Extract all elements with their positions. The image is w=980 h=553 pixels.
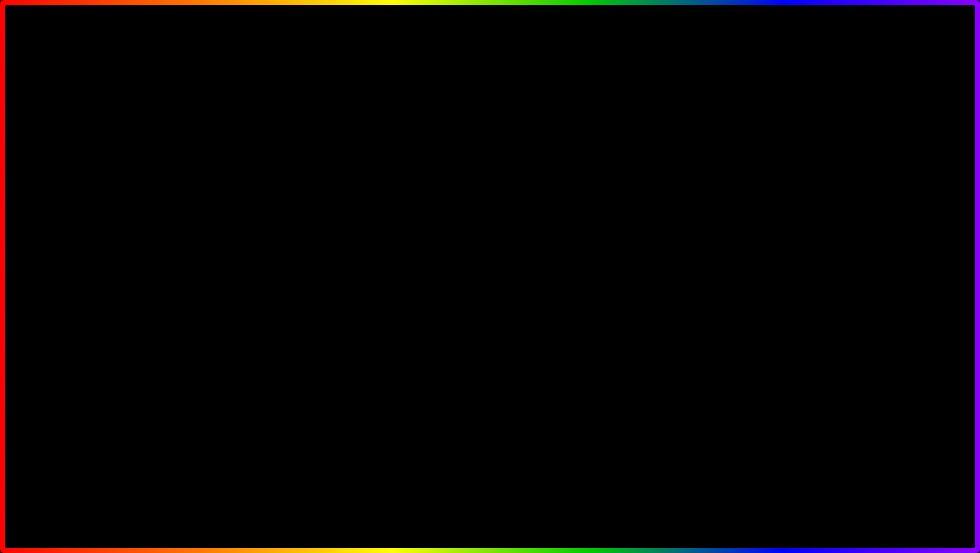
auto-musketer-label: Auto Musketer <box>177 199 216 206</box>
auto-musketer-checkbox[interactable] <box>273 199 281 207</box>
close-button-right[interactable]: ✕ <box>677 158 683 167</box>
nav-r-chart-icon[interactable]: 📊 <box>475 296 484 304</box>
chest-esp-checkbox[interactable] <box>674 179 682 187</box>
auto-farm-obs-row: ≡ Auto Farm Observation <box>169 236 284 250</box>
nav-fruit-icon[interactable]: 🍎 <box>132 285 140 293</box>
devil-fruit-esp-label: Devil Fruit ESP <box>576 209 617 216</box>
discord-button-left[interactable]: 🎮 <box>255 157 271 167</box>
npc-esp-icon: ≡ <box>570 254 573 260</box>
skill-f-row: ≡ Use Skill F <box>47 251 161 265</box>
nav-r-users-icon[interactable]: 👥 <box>490 296 499 304</box>
skill-f-checkbox[interactable] <box>151 254 159 262</box>
skill-v-label: Use Skill V <box>55 240 84 248</box>
buy-chip-button[interactable]: Buy Special Microchip <box>448 252 564 269</box>
nav-sword-icon[interactable]: ⚔ <box>61 285 68 293</box>
nav-eye-icon[interactable]: 👁 <box>104 285 111 293</box>
skill-v-checkbox[interactable] <box>151 240 159 248</box>
nav-r-person-icon[interactable]: 👤 <box>577 296 585 304</box>
raid-title: [ \ Auto Raid // ] <box>448 176 564 188</box>
skill-x-row: ≡ Use Skill X <box>47 210 161 224</box>
nav-r-cart-icon[interactable]: 🛒 <box>547 296 556 304</box>
panel-right-nav: 🏠 ⚔ 📊 👥 👁 🎯 🍎 🛒 📦 👤 <box>443 293 690 307</box>
skull-icon: 💀 <box>897 504 918 523</box>
auto-farm-obs-hop-icon: ≡ <box>171 254 174 260</box>
panel-cols: ≡ Use Skill Z ≡ Use Skill X <box>47 196 283 278</box>
skill-v-row: ≡ Use Skill V <box>47 237 161 251</box>
raid-section: [ \ Auto Raid // ] Select Raid : ▲ Sand … <box>448 176 564 289</box>
bf-logo-fruits-text: FRUITS <box>903 523 948 537</box>
star-right-icon: ⭐ <box>522 276 531 284</box>
discord-icon-right: 🎮 <box>660 159 668 166</box>
npc-esp-checkbox[interactable] <box>674 253 682 261</box>
nav-box-icon[interactable]: 📦 <box>161 285 170 293</box>
auto-serpent-checkbox[interactable] <box>273 213 281 221</box>
island-esp-label: Island ESP <box>576 238 606 246</box>
devil-fruit-esp-row: ≡ Devil Fruit ESP <box>568 205 684 220</box>
auto-obs-v2-row: ≡ Auto Observation V2 <box>169 264 284 278</box>
auto-obs-v2-icon: ≡ <box>171 267 174 273</box>
panel-left-nav: 🏠 ⚔ 📊 👥 👁 🎯 🍎 🛒 📦 👤 <box>42 282 288 296</box>
nav-users-icon[interactable]: 👥 <box>89 285 97 293</box>
skill-z-checkbox[interactable] <box>151 199 159 207</box>
panel-left-header: ≡ FULL HUB BLOX FRUIT - 3RD WORLD 🎮 ✕ <box>42 153 288 172</box>
nav-r-fruit-icon[interactable]: 🍎 <box>533 296 541 304</box>
nav-r-box-icon[interactable]: 📦 <box>562 296 571 304</box>
slider-fill <box>47 189 189 192</box>
panel-right-col: ≡ Auto Musketer ≡ Auto Serpent Bow Obser… <box>169 196 284 278</box>
island-esp-row: ≡ Island ESP <box>568 235 684 250</box>
auto-serpent-label: Auto Serpent Bow <box>177 213 226 220</box>
auto-farm-obs-icon: ≡ <box>171 240 174 246</box>
chest-esp-row: ≡ Chest ESP <box>568 176 684 191</box>
raid-option-sand[interactable]: Sand <box>448 203 564 218</box>
panel-left-icon: ≡ <box>48 158 52 167</box>
skill-c-checkbox[interactable] <box>151 226 159 234</box>
player-esp-checkbox[interactable] <box>674 194 682 202</box>
nav-r-home-icon[interactable]: 🏠 <box>448 296 456 304</box>
auto-farm-obs-hop-checkbox[interactable] <box>273 253 281 261</box>
auto-serpent-row: ≡ Auto Serpent Bow <box>169 210 284 224</box>
panel-right-header: ≡ FULL HUB BLOX FRUIT - 3RD WORLD 🎮 ✕ <box>443 153 690 172</box>
nav-r-sword-icon[interactable]: ⚔ <box>463 296 469 304</box>
nav-cart-icon[interactable]: 🛒 <box>146 285 155 293</box>
skill-c-icon: ≡ <box>49 227 52 233</box>
discord-button-right[interactable]: 🎮 <box>656 157 672 167</box>
skill-z-icon: ≡ <box>49 200 52 206</box>
auto-farm-obs-checkbox[interactable] <box>273 239 281 247</box>
auto-obs-v2-label: Auto Observation V2 <box>177 267 234 274</box>
skill-z-label: Use Skill Z <box>55 199 84 206</box>
chest-esp-icon: ≡ <box>570 180 573 186</box>
island-esp-checkbox[interactable] <box>674 238 682 246</box>
nav-home-icon[interactable]: 🏠 <box>47 285 55 293</box>
nav-target-icon[interactable]: 🎯 <box>117 285 125 293</box>
devil-fruit-esp-icon: ≡ <box>570 210 573 216</box>
auto-obs-v2-checkbox[interactable] <box>273 266 281 274</box>
close-button-left[interactable]: ✕ <box>276 158 282 167</box>
auto-musketer-icon: ≡ <box>171 200 174 206</box>
right-cols: [ \ Auto Raid // ] Select Raid : ▲ Sand … <box>448 176 684 289</box>
raid-option-phoenix[interactable]: Bird: Phoenix <box>448 218 564 233</box>
skill-x-icon: ≡ <box>49 214 52 220</box>
skill-f-label: Use Skill F <box>55 254 84 261</box>
main-container: BLOX FRUITS ≡ FULL HUB BLOX FRUIT - 3RD … <box>0 0 980 553</box>
start-raid-button[interactable]: ⭐ Start Raid ⭐ <box>448 272 564 289</box>
nav-chart-icon[interactable]: 📊 <box>74 285 83 293</box>
skill-z-row: ≡ Use Skill Z <box>47 196 161 210</box>
star-left-icon: ⭐ <box>481 276 489 284</box>
panel-right-title: FULL HUB <box>458 158 500 167</box>
skill-c-row: ≡ Use Skill C <box>47 224 161 237</box>
slider-label: Kill Mobs At Health min ... % <box>47 177 262 184</box>
nav-r-target-icon[interactable]: 🎯 <box>518 296 527 304</box>
fruit-esp-row: ≡ Fruit ESP <box>568 220 684 235</box>
nav-r-eye-icon[interactable]: 👁 <box>505 296 512 304</box>
slider-track[interactable] <box>47 189 283 192</box>
nav-person-icon[interactable]: 👤 <box>176 285 184 293</box>
raid-option-dough[interactable]: Dough <box>448 233 564 248</box>
panel-right-subtitle: BLOX FRUIT - 3RD WORLD <box>504 159 586 165</box>
devil-fruit-esp-checkbox[interactable] <box>674 209 682 217</box>
skill-v-icon: ≡ <box>49 241 52 247</box>
bf-logo-blox: BL <box>920 504 941 523</box>
panel-left-col: ≡ Use Skill Z ≡ Use Skill X <box>47 196 161 278</box>
player-esp-row: ≡ Player ESP <box>568 191 684 205</box>
skill-x-checkbox[interactable] <box>151 213 159 221</box>
fruit-esp-checkbox[interactable] <box>674 223 682 231</box>
